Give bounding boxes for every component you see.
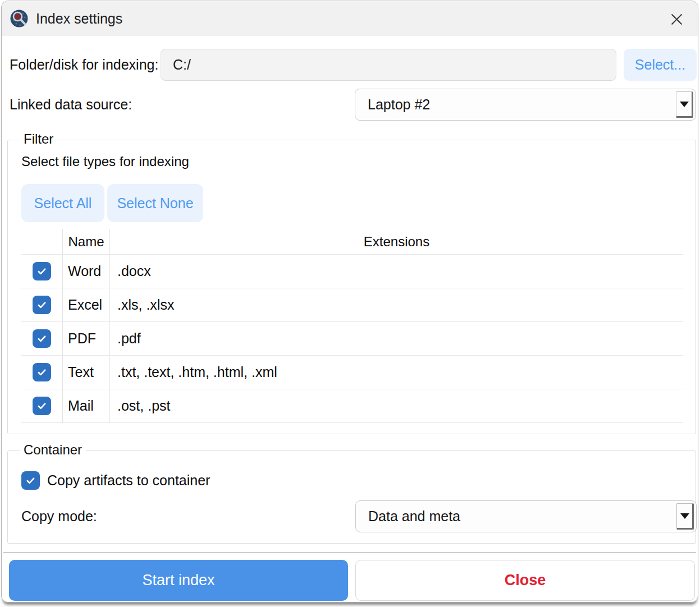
app-search-globe-icon	[9, 8, 29, 29]
file-type-checkbox-cell	[21, 389, 62, 422]
file-type-extensions: .ost, .pst	[109, 389, 683, 422]
filter-description: Select file types for indexing	[21, 154, 189, 169]
file-types-table: Name Extensions Word.docxExcel.xls, .xls…	[21, 229, 683, 423]
file-type-row: Excel.xls, .xlsx	[21, 288, 683, 322]
header-extensions: Extensions	[109, 229, 683, 254]
file-type-extensions: .txt, .text, .htm, .html, .xml	[109, 356, 683, 389]
file-type-name: Mail	[62, 389, 109, 422]
folder-indexing-label: Folder/disk for indexing:	[10, 49, 158, 81]
file-type-name: Text	[62, 356, 109, 389]
window-close-icon[interactable]	[663, 8, 690, 30]
file-type-checkbox-cell	[21, 356, 62, 389]
select-none-button[interactable]: Select None	[107, 184, 203, 222]
container-groupbox: Container Copy artifacts to container Co…	[7, 450, 696, 544]
copy-mode-value: Data and meta	[368, 501, 460, 532]
header-name: Name	[62, 229, 109, 254]
file-type-row: Text.txt, .text, .htm, .html, .xml	[21, 356, 683, 389]
file-type-name: Word	[62, 255, 109, 288]
linked-data-source-value: Laptop #2	[368, 89, 430, 120]
copy-mode-dropdown[interactable]: Data and meta	[355, 500, 697, 532]
filter-legend: Filter	[20, 131, 57, 147]
copy-artifacts-row: Copy artifacts to container	[21, 471, 210, 490]
container-legend: Container	[20, 442, 86, 458]
header-checkbox-column	[21, 229, 62, 254]
folder-path-input[interactable]	[161, 49, 616, 81]
table-header-row: Name Extensions	[21, 229, 683, 255]
file-type-row: Word.docx	[21, 255, 683, 288]
file-type-checkbox[interactable]	[33, 363, 51, 381]
file-type-name: PDF	[62, 322, 109, 355]
file-type-checkbox-cell	[21, 322, 62, 355]
file-type-checkbox-cell	[21, 255, 62, 288]
dropdown-arrow-button[interactable]	[676, 503, 694, 530]
file-type-extensions: .docx	[109, 255, 683, 288]
footer-divider	[3, 552, 696, 553]
copy-mode-label: Copy mode:	[21, 500, 97, 532]
file-types-body: Word.docxExcel.xls, .xlsxPDF.pdfText.txt…	[21, 255, 683, 423]
file-type-checkbox[interactable]	[33, 296, 51, 314]
file-type-checkbox-cell	[21, 288, 62, 321]
file-type-extensions: .pdf	[109, 322, 683, 355]
chevron-down-icon	[680, 102, 689, 107]
file-type-row: Mail.ost, .pst	[21, 389, 683, 423]
linked-data-source-dropdown[interactable]: Laptop #2	[355, 89, 696, 121]
start-index-button[interactable]: Start index	[9, 560, 348, 601]
linked-data-source-label: Linked data source:	[10, 89, 132, 121]
file-type-checkbox[interactable]	[33, 262, 51, 280]
dropdown-arrow-button[interactable]	[676, 91, 693, 118]
file-type-extensions: .xls, .xlsx	[109, 288, 683, 321]
file-type-name: Excel	[62, 288, 109, 321]
select-all-button[interactable]: Select All	[21, 184, 104, 222]
index-settings-dialog: Index settings Folder/disk for indexing:…	[1, 1, 698, 603]
file-type-row: PDF.pdf	[21, 322, 683, 356]
title-bar: Index settings	[2, 1, 698, 36]
file-type-checkbox[interactable]	[33, 397, 51, 415]
close-button[interactable]: Close	[355, 560, 695, 601]
select-folder-button[interactable]: Select...	[624, 49, 697, 81]
copy-artifacts-label: Copy artifacts to container	[47, 472, 210, 489]
file-type-checkbox[interactable]	[33, 329, 51, 348]
chevron-down-icon	[680, 513, 689, 519]
filter-groupbox: Filter Select file types for indexing Se…	[7, 140, 696, 434]
copy-artifacts-checkbox[interactable]	[21, 471, 40, 490]
window-title: Index settings	[36, 1, 122, 36]
